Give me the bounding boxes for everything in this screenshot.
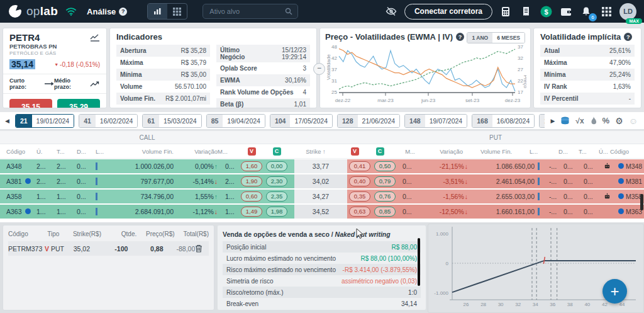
hide-values-eye-off-icon[interactable] [384, 4, 398, 18]
trash-icon[interactable] [195, 244, 209, 253]
chain-row[interactable]: A3482...2...0...1.000.026,000,00%↑0...1,… [0, 159, 644, 174]
add-button[interactable]: + [602, 279, 627, 304]
chain-row[interactable]: A3812...2...0...797.677,00-5,14%↓2...1,9… [0, 174, 644, 189]
database-icon[interactable] [560, 117, 570, 125]
expiration-tab[interactable]: 4116/02/2024 [79, 114, 138, 128]
column-header[interactable]: C [367, 147, 392, 156]
svg-text:32: 32 [515, 302, 521, 307]
buy-price-pill[interactable]: 2,30 [266, 176, 287, 186]
chart-line-icon[interactable] [90, 33, 100, 42]
gear-icon[interactable]: ⚙ [615, 116, 623, 126]
sell-price-pill[interactable]: 0,60 [241, 191, 262, 202]
sell-price-pill[interactable]: 1,90 [241, 176, 262, 186]
help-icon[interactable]: ? [456, 33, 464, 41]
ask-button[interactable]: 35,29 [57, 99, 100, 108]
expiration-tab[interactable]: 2119/01/2024 [15, 114, 74, 128]
expiration-tab[interactable]: 14819/07/2024 [404, 114, 467, 128]
column-header[interactable]: V [342, 147, 367, 156]
expiration-tab[interactable]: 19320/09/2024 [539, 114, 545, 128]
menu-analise[interactable]: Análise ? [87, 7, 127, 16]
asset-search[interactable] [203, 4, 298, 19]
column-header[interactable]: L... [96, 148, 108, 155]
position-qty[interactable]: -100 [98, 245, 128, 253]
percent-icon[interactable]: % [602, 116, 610, 125]
smiley-icon[interactable]: ☺ [629, 116, 638, 126]
sell-price-pill[interactable]: 0,35 [349, 191, 370, 202]
column-header[interactable]: T... [579, 148, 599, 155]
range-6-months-button[interactable]: 6 MESES [492, 33, 525, 43]
oplab-logo[interactable]: oplab [8, 4, 58, 19]
buy-price-pill[interactable]: 2,35 [266, 191, 287, 202]
sell-price-pill[interactable]: 0,40 [349, 176, 370, 186]
sell-price-pill[interactable]: 1,60 [241, 161, 262, 171]
strategy-row: Risco/retorno (máx.)1:0 [223, 287, 421, 298]
chain-row[interactable]: A3631...1...0...2.684.091,00-1,12%↓1...1… [0, 204, 644, 219]
sell-price-pill[interactable]: 0,63 [349, 207, 370, 217]
strategy-scrollbar[interactable] [418, 238, 420, 286]
user-avatar[interactable]: LD MAX [619, 3, 636, 20]
wallet-icon[interactable] [559, 4, 573, 18]
buy-price-pill[interactable]: 1,98 [266, 207, 287, 217]
position-price[interactable]: 0,88 [128, 245, 163, 253]
column-header[interactable]: V [239, 147, 264, 156]
column-header[interactable]: Código [610, 148, 639, 155]
column-header[interactable]: M... [218, 148, 239, 155]
cell: 1,60 [239, 161, 264, 171]
column-header[interactable]: Código [0, 148, 36, 155]
ranking-view-button[interactable] [148, 4, 167, 19]
position-row[interactable]: PETRM373V PUT35,02-1000,88-88,00 [8, 241, 209, 256]
tab-days-to-expiry: 168 [472, 115, 492, 127]
notifications-bell-icon[interactable]: 6 [579, 4, 593, 18]
column-header[interactable]: M... [392, 148, 415, 155]
chain-row[interactable]: A3581...1...0...734.796,001,55%↑1...0,60… [0, 189, 644, 204]
column-header[interactable]: D... [77, 148, 96, 155]
sell-price-pill[interactable]: 0,41 [349, 161, 370, 171]
receipt-icon[interactable] [519, 4, 533, 18]
range-1-year-button[interactable]: 1 ANO [467, 33, 492, 43]
column-header[interactable]: T... [57, 148, 77, 155]
buy-price-pill[interactable]: 0,79 [374, 176, 396, 186]
variation-value: -3,51%↓ [443, 178, 468, 185]
sqrt-icon[interactable]: √x [575, 117, 584, 125]
bid-button[interactable]: 35,15 [9, 99, 52, 108]
cell: 0... [397, 193, 420, 200]
buy-price-pill[interactable]: 0,76 [374, 191, 396, 202]
buy-price-pill[interactable]: 0,85 [374, 207, 396, 217]
buy-price-pill[interactable]: 0,00 [266, 161, 287, 171]
expiration-tab[interactable]: 8519/04/2024 [206, 114, 265, 128]
strike-column-header[interactable]: Strike ↑ [289, 148, 342, 155]
flame-icon[interactable] [590, 117, 597, 125]
connect-broker-button[interactable]: Conectar corretora [404, 4, 492, 20]
cell: 1... [36, 193, 57, 200]
price-volatility-chart[interactable]: 48423731253732272217VolatilidadePreçodez… [325, 43, 526, 104]
column-header[interactable]: Volume Fin. [463, 148, 530, 155]
apps-grid-icon[interactable] [599, 4, 613, 18]
column-header[interactable]: Variação [174, 148, 218, 155]
collapse-panel-button[interactable]: − [313, 63, 325, 75]
sell-price-pill[interactable]: 1,49 [241, 207, 262, 217]
tabs-prev-arrow[interactable]: ◀ [4, 118, 11, 124]
indicator-value: 1,01 [294, 101, 306, 108]
help-icon[interactable]: ? [119, 8, 127, 16]
expiration-tab[interactable]: 16816/08/2024 [472, 114, 535, 128]
cell: 0,60 [239, 191, 264, 202]
calculator-icon[interactable] [499, 4, 513, 18]
dollar-circle-icon[interactable]: $ [539, 4, 553, 18]
search-input[interactable] [208, 7, 280, 16]
table-scrollbar[interactable] [640, 194, 643, 210]
tabs-next-arrow[interactable]: ▶ [549, 118, 556, 124]
column-header[interactable]: Ú. [36, 148, 57, 155]
column-header[interactable]: C [264, 147, 289, 156]
indicator-label: Volume [120, 83, 142, 90]
buy-price-pill[interactable]: 0,50 [374, 161, 396, 171]
column-header[interactable]: D... [558, 148, 579, 155]
expiration-tab[interactable]: 10417/05/2024 [270, 114, 333, 128]
column-header[interactable]: Volume Fin. [108, 148, 174, 155]
grid-view-button[interactable] [167, 4, 187, 19]
help-icon[interactable]: ? [624, 33, 632, 41]
column-header[interactable]: Variação [415, 148, 463, 155]
column-header[interactable]: L... [530, 148, 558, 155]
column-header[interactable]: Ú... [599, 148, 610, 155]
expiration-tab[interactable]: 6115/03/2024 [142, 114, 201, 128]
expiration-tab[interactable]: 12821/06/2024 [337, 114, 400, 128]
